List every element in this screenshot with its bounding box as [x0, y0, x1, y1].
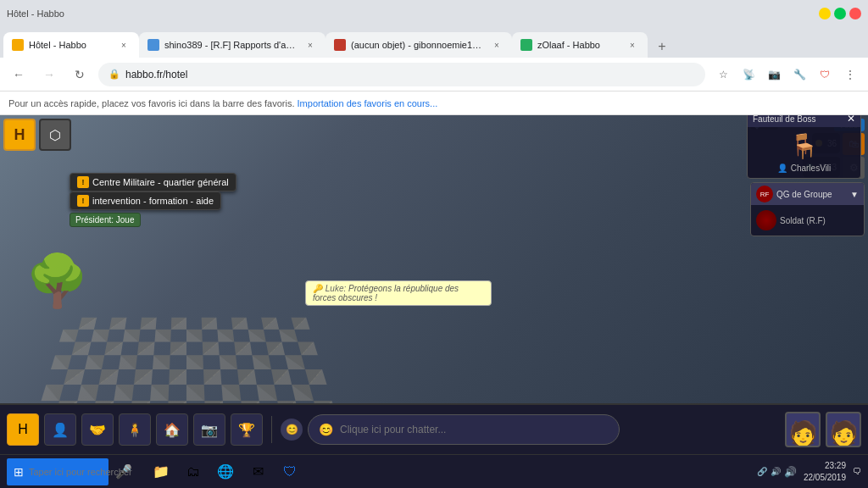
- room-name-tooltip: ! Centre Militaire - quartier général: [70, 173, 236, 191]
- taskbar-date-display: 22/05/2019: [804, 472, 846, 484]
- chat-user: Luke:: [326, 284, 346, 293]
- boss-panel-content: 🪑 👤 CharlesVili: [748, 127, 860, 178]
- boss-user-icon: 👤: [777, 164, 787, 173]
- close-button[interactable]: [849, 8, 861, 19]
- tab-zolaaf[interactable]: zOlaaf - Habbo ×: [512, 32, 648, 58]
- tab-label-4: zOlaaf - Habbo: [537, 40, 620, 50]
- window-controls: [819, 8, 861, 19]
- tab-close-2[interactable]: ×: [303, 38, 317, 52]
- right-panel: 99 Aide 36 🛍 2083 ⚙: [750, 119, 865, 236]
- nav-actions: ☆ 📡 📷 🔧 🛡 ⋮: [712, 64, 861, 86]
- tab-close-4[interactable]: ×: [626, 38, 639, 52]
- taskbar-shield[interactable]: 🛡: [275, 457, 305, 487]
- browser-frame: Hôtel - Habbo Hôtel - Habbo × shino389 -…: [0, 0, 868, 488]
- windows-logo-icon: ⊞: [14, 465, 24, 479]
- tab-favicon-1: [12, 39, 24, 51]
- tab-favicon-4: [520, 39, 532, 51]
- window-title: Hôtel - Habbo: [7, 8, 64, 19]
- menu-button[interactable]: ⋮: [839, 64, 861, 86]
- boss-user-row: 👤 CharlesVili: [777, 164, 832, 173]
- user-avatar-2[interactable]: 🧑: [826, 412, 861, 447]
- taskbar-files[interactable]: 📁: [146, 457, 176, 487]
- tab-gmail[interactable]: (aucun objet) - gibonnoemie1@... ×: [326, 32, 512, 58]
- bottom-game-toolbar: H 👤 🤝 🧍 🏠 📷 🏆 😊 😊 Clique ici pour chatte…: [0, 403, 868, 454]
- warning-icon-1: !: [77, 176, 89, 188]
- tab-label-1: Hôtel - Habbo: [29, 40, 112, 50]
- forward-button[interactable]: →: [37, 63, 61, 86]
- new-tab-button[interactable]: +: [651, 36, 673, 58]
- user-avatar-1[interactable]: 🧑: [785, 412, 821, 447]
- refresh-button[interactable]: ↻: [68, 63, 92, 86]
- tab-label-3: (aucun objet) - gibonnoemie1@...: [351, 40, 485, 50]
- tab-close-3[interactable]: ×: [490, 38, 504, 52]
- bookmarks-bar: Pour un accès rapide, placez vos favoris…: [0, 92, 868, 115]
- tab-favicon-2: [147, 39, 159, 51]
- achievements-icon[interactable]: 🏆: [231, 413, 263, 446]
- title-bar: Hôtel - Habbo: [0, 0, 868, 27]
- avatar-figure-1: 🧑: [788, 422, 818, 446]
- habbo-logo-button[interactable]: H: [3, 119, 36, 151]
- avatar-head-icon[interactable]: 👤: [44, 413, 76, 446]
- maximize-button[interactable]: [834, 8, 846, 19]
- group-content: Soldat (R.F): [751, 205, 864, 236]
- game-area[interactable]: 🌳 🌿 H ⬡ ! Centre Militaire - quartier gé…: [0, 115, 868, 454]
- taskbar-right: 🔗 🔊 🔊 23:29 22/05/2019 🗨: [757, 460, 861, 484]
- back-button[interactable]: ←: [7, 63, 31, 86]
- network-icon: 🔗: [757, 467, 767, 476]
- taskbar-explorer[interactable]: 🗂: [178, 457, 209, 487]
- habbo-menu-icon[interactable]: H: [7, 413, 39, 446]
- chat-input-area[interactable]: 😊 Clique ici pour chatter...: [308, 414, 620, 445]
- avatar-figure-2: 🧑: [829, 422, 859, 446]
- room-icon[interactable]: 🏠: [156, 413, 188, 446]
- taskbar-clock: 23:29 22/05/2019: [804, 460, 846, 484]
- boss-panel-header: Fauteuil de Boss ✕: [748, 115, 860, 127]
- windows-taskbar: ⊞ 🎤 📁 🗂 🌐 ✉ 🛡 🔗 🔊 🔊 23:29 22/05/2019 🗨: [0, 454, 868, 488]
- group-panel: RF QG de Groupe ▼ Soldat (R.F): [750, 182, 865, 236]
- room-name-text: Centre Militaire - quartier général: [92, 177, 229, 187]
- group-header[interactable]: RF QG de Groupe ▼: [751, 183, 864, 205]
- tree-decoration-left: 🌳: [25, 251, 89, 311]
- volume-icon: 🔊: [784, 466, 797, 478]
- tabs-bar: Hôtel - Habbo × shino389 - [R.F] Rapport…: [0, 27, 868, 58]
- windows-start-area[interactable]: ⊞: [7, 458, 108, 485]
- character-icon[interactable]: 🧍: [119, 413, 151, 446]
- chat-key-icon: 🔑: [313, 284, 326, 293]
- boss-username: CharlesVili: [791, 164, 832, 173]
- cast-button[interactable]: 📡: [737, 64, 760, 86]
- taskbar-time-display: 23:29: [804, 460, 846, 472]
- speakers-icon: 🔊: [771, 467, 781, 476]
- toolbar-divider: [271, 416, 272, 443]
- address-bar[interactable]: 🔒 habbo.fr/hotel: [98, 63, 705, 86]
- taskbar-system-icons: 🔗 🔊 🔊: [757, 466, 797, 478]
- mic-icon[interactable]: 🎤: [112, 463, 136, 480]
- boss-panel-close[interactable]: ✕: [847, 115, 855, 125]
- room-subtitle-tooltip: ! intervention - formation - aide: [70, 191, 221, 210]
- bookmarks-import-link[interactable]: Importation des favoris en cours...: [298, 98, 438, 108]
- chat-bubble: 🔑 Luke: Protégeons la république des for…: [305, 280, 492, 306]
- star-button[interactable]: ☆: [712, 64, 734, 86]
- tab-favicon-3: [334, 39, 346, 51]
- extensions-button[interactable]: 🔧: [788, 64, 810, 86]
- chat-placeholder: Clique ici pour chatter...: [340, 424, 609, 435]
- rank-emblem: [756, 210, 776, 230]
- taskbar-mail[interactable]: ✉: [242, 457, 273, 487]
- warning-icon-2: !: [77, 195, 89, 207]
- tab-close-1[interactable]: ×: [117, 38, 131, 52]
- boss-chair-panel: Fauteuil de Boss ✕ 🪑 👤 CharlesVili: [747, 115, 861, 179]
- nav-room-button[interactable]: ⬡: [39, 119, 71, 151]
- minimize-button[interactable]: [819, 8, 831, 19]
- chat-emoji-icon[interactable]: 😊: [319, 423, 333, 436]
- boss-chair-title: Fauteuil de Boss: [753, 115, 816, 124]
- right-toolbar-avatars: 🧑 🧑: [785, 412, 861, 447]
- friends-icon[interactable]: 🤝: [81, 413, 114, 446]
- boss-chair-icon: 🪑: [789, 132, 819, 160]
- room-subtitle-text: intervention - formation - aide: [92, 196, 214, 206]
- tab-shino[interactable]: shino389 - [R.F] Rapports d'activi... ×: [139, 32, 326, 58]
- camera-button[interactable]: 📷: [763, 64, 785, 86]
- taskbar-browser[interactable]: 🌐: [210, 457, 241, 487]
- notification-icon[interactable]: 🗨: [853, 467, 861, 476]
- tab-habbo-hotel[interactable]: Hôtel - Habbo ×: [3, 32, 139, 58]
- catalog-icon[interactable]: 📷: [193, 413, 225, 446]
- president-text: Président: Joue: [75, 215, 135, 225]
- avast-button[interactable]: 🛡: [814, 64, 836, 86]
